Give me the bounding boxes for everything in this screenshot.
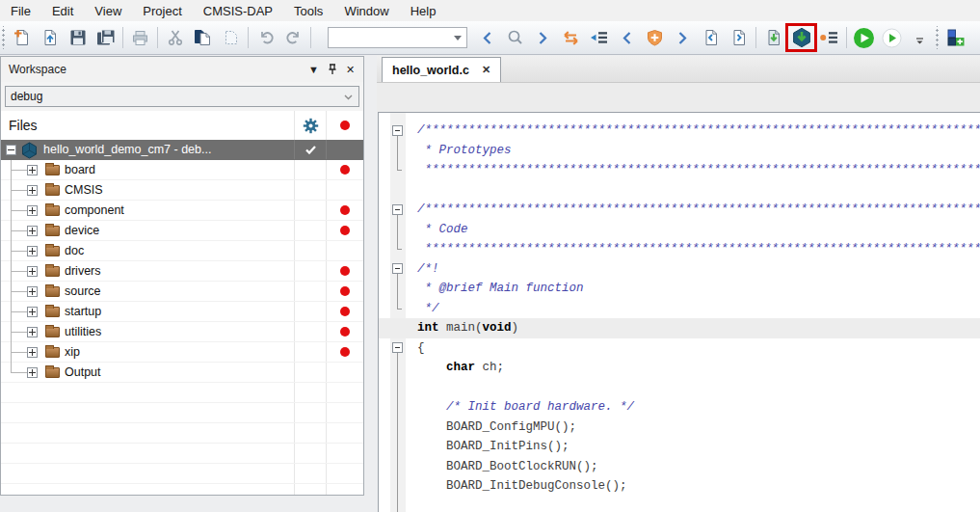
code-line[interactable]: */ — [379, 299, 980, 319]
tree-row-source[interactable]: source — [1, 282, 363, 302]
expand-icon[interactable] — [27, 246, 38, 256]
tree-line — [11, 170, 28, 171]
make-button[interactable] — [759, 25, 787, 50]
saveall-button[interactable] — [92, 25, 119, 50]
swap-button[interactable] — [557, 25, 585, 50]
expand-icon[interactable] — [27, 347, 38, 358]
fold-marker[interactable] — [392, 342, 403, 353]
more-button[interactable] — [969, 25, 980, 50]
tree-row-empty — [1, 403, 363, 423]
code-line[interactable]: * Code — [379, 220, 980, 240]
pin-icon[interactable] — [323, 62, 341, 77]
tab-hello-world[interactable]: hello_world.c ✕ — [382, 57, 501, 82]
tree-row-doc[interactable]: doc — [1, 241, 363, 261]
code-line[interactable]: BOARD_InitPins(); — [379, 437, 980, 457]
expand-icon[interactable] — [27, 286, 38, 297]
code-line[interactable]: { — [379, 338, 980, 359]
toolbar-combo[interactable] — [328, 27, 467, 48]
tree-row-drivers[interactable]: drivers — [1, 261, 363, 282]
more-button[interactable] — [906, 25, 934, 50]
code-line[interactable]: BOARD_InitDebugConsole(); — [379, 476, 980, 497]
gear-icon[interactable] — [303, 118, 319, 134]
code-line[interactable]: * @brief Main function — [379, 279, 980, 299]
expand-icon[interactable] — [27, 367, 38, 378]
downloaddebug-button[interactable] — [787, 25, 815, 50]
code-line[interactable]: int main(void) — [379, 318, 980, 338]
playoutline-button[interactable] — [878, 25, 906, 50]
menu-project[interactable]: Project — [132, 0, 192, 21]
expand-icon[interactable] — [27, 327, 38, 337]
menu-window[interactable]: Window — [333, 0, 399, 21]
panel-menu-icon[interactable]: ▼ — [305, 62, 323, 77]
menu-cmsis-dap[interactable]: CMSIS-DAP — [193, 0, 283, 21]
expand-icon[interactable] — [27, 205, 38, 216]
play-button[interactable] — [850, 25, 878, 50]
tree-row-xip[interactable]: xip — [1, 342, 363, 363]
tree-row-output[interactable]: Output — [1, 363, 363, 383]
tree-row-cmsis[interactable]: CMSIS — [1, 180, 363, 201]
code-line[interactable] — [379, 180, 980, 201]
tree-row-utilities[interactable]: utilities — [1, 322, 363, 342]
forward-button[interactable] — [529, 25, 557, 50]
config-combo[interactable]: debug — [5, 86, 359, 107]
save-button[interactable] — [64, 25, 92, 50]
paste-button[interactable] — [217, 25, 245, 50]
attachlist-button[interactable] — [815, 25, 843, 50]
expand-icon[interactable] — [27, 185, 38, 196]
pageprev-button[interactable] — [697, 25, 725, 50]
code-line[interactable]: ****************************************… — [379, 160, 980, 180]
code-line[interactable]: BOARD_ConfigMPU(); — [379, 418, 980, 438]
menu-edit[interactable]: Edit — [41, 0, 84, 21]
gotolist-button[interactable] — [585, 25, 613, 50]
undo-button[interactable] — [252, 25, 279, 50]
code-line[interactable]: * Prototypes — [379, 141, 980, 161]
tree-row-device[interactable]: device — [1, 221, 363, 241]
code-editor[interactable]: /***************************************… — [378, 112, 980, 512]
search-button[interactable] — [501, 25, 529, 50]
back2-button[interactable] — [613, 25, 641, 50]
expand-icon[interactable] — [27, 266, 38, 277]
tree-row-board[interactable]: board — [1, 160, 363, 180]
tree-row-component[interactable]: component — [1, 201, 363, 221]
forward-icon — [537, 31, 549, 45]
toolbar-grip[interactable] — [934, 26, 939, 49]
print-button[interactable] — [126, 25, 154, 50]
tree-row-startup[interactable]: startup — [1, 302, 363, 322]
toolbar-grip[interactable] — [0, 26, 5, 49]
expand-icon[interactable] — [27, 307, 38, 317]
project-icon — [21, 142, 38, 159]
new-button[interactable] — [8, 25, 36, 50]
code-line[interactable]: /***************************************… — [379, 200, 980, 220]
expand-icon[interactable] — [27, 165, 38, 175]
check-icon — [305, 146, 316, 154]
red-dot-icon — [340, 266, 350, 276]
code-line[interactable]: char ch; — [379, 358, 980, 378]
redo-button[interactable] — [279, 25, 307, 50]
expand-icon[interactable] — [27, 226, 38, 236]
menu-tools[interactable]: Tools — [283, 0, 333, 21]
pagenext-button[interactable] — [725, 25, 753, 50]
tree-row-project[interactable]: hello_world_demo_cm7 - deb... — [1, 140, 363, 160]
code-line[interactable]: /* Init board hardware. */ — [379, 397, 980, 418]
copy-button[interactable] — [189, 25, 217, 50]
code-line[interactable] — [379, 378, 980, 398]
blocks-button[interactable] — [941, 25, 969, 50]
open-button[interactable] — [36, 25, 64, 50]
code-line[interactable]: /*! — [379, 259, 980, 280]
code-line[interactable]: /***************************************… — [379, 121, 980, 141]
close-icon[interactable]: ✕ — [341, 62, 359, 77]
code-line[interactable]: BOARD_BootClockRUN(); — [379, 457, 980, 477]
menu-view[interactable]: View — [84, 0, 132, 21]
back-button[interactable] — [473, 25, 501, 50]
cut-button[interactable] — [161, 25, 189, 50]
shield-button[interactable] — [641, 25, 669, 50]
forward2-button[interactable] — [669, 25, 697, 50]
fold-marker[interactable] — [392, 263, 403, 274]
fold-marker[interactable] — [392, 125, 403, 136]
collapse-icon[interactable] — [6, 145, 16, 155]
menu-help[interactable]: Help — [400, 0, 447, 21]
fold-marker[interactable] — [392, 204, 403, 215]
code-line[interactable]: ****************************************… — [379, 239, 980, 259]
tab-close-icon[interactable]: ✕ — [482, 64, 490, 76]
menu-file[interactable]: File — [0, 0, 41, 21]
